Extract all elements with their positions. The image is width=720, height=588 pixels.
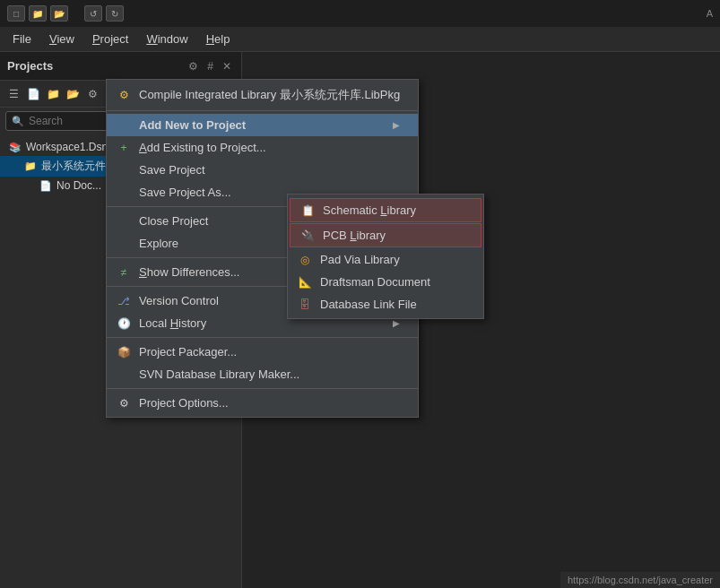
ctx-project-options[interactable]: ⚙ Project Options... [107, 392, 418, 414]
menu-window[interactable]: Window [137, 29, 196, 49]
ctx-save-as-label: Save Project As... [139, 186, 231, 199]
ctx-explore-label: Explore [139, 237, 178, 250]
pcb-lib-label: PCB Library [323, 229, 386, 242]
status-bar: https://blog.csdn.net/java_creater [560, 572, 720, 588]
tb-icon-gear[interactable]: ⚙ [84, 86, 100, 102]
explore-icon [116, 236, 132, 252]
add-new-icon [116, 117, 132, 134]
menu-file[interactable]: File [4, 29, 40, 49]
ctx-add-new-label: Add New to Project [139, 118, 246, 132]
save-as-icon [116, 185, 132, 201]
history-icon: 🕐 [116, 316, 132, 332]
ctx-project-packager[interactable]: 📦 Project Packager... [107, 341, 418, 363]
title-bar-title: A [707, 8, 713, 19]
tb-icon-2[interactable]: 📄 [25, 86, 41, 102]
ctx-svn-maker[interactable]: SVN Database Library Maker... [107, 363, 418, 385]
ctx-vc-label: Version Control [139, 294, 219, 307]
submenu-sch-lib[interactable]: 📋 Schematic Library [290, 198, 481, 222]
vc-icon: ⎇ [116, 293, 132, 309]
panel-header: Projects ⚙ # ✕ [0, 52, 241, 81]
undo-btn[interactable]: ↺ [84, 5, 102, 22]
pkg-icon: 📦 [116, 344, 132, 360]
separator-6 [107, 388, 418, 389]
ctx-history-label: Local History [139, 316, 206, 330]
status-url: https://blog.csdn.net/java_creater [568, 575, 713, 585]
opts-icon: ⚙ [116, 395, 132, 411]
nodoc-label: No Doc... [56, 179, 101, 192]
ctx-compile[interactable]: ⚙ Compile Integrated Library 最小系统元件库.Lib… [107, 82, 418, 108]
history-arrow: ▶ [393, 318, 400, 328]
save-icon [116, 162, 132, 178]
title-bar-tools: □ 📁 📂 ↺ ↻ [7, 5, 124, 22]
ctx-pkg-label: Project Packager... [139, 345, 237, 359]
ctx-save-label: Save Project [139, 163, 205, 177]
compile-icon: ⚙ [116, 87, 132, 103]
pad-via-label: Pad Via Library [320, 253, 400, 266]
ctx-options-label: Project Options... [139, 396, 229, 410]
close-panel-btn[interactable]: ✕ [220, 59, 234, 74]
sch-icon: 📋 [299, 203, 316, 219]
db-icon: 🗄 [297, 297, 313, 313]
menu-bar: File View Project Window Help [0, 27, 720, 52]
redo-btn[interactable]: ↻ [106, 5, 124, 22]
menu-help[interactable]: Help [197, 29, 239, 49]
ctx-close-label: Close Project [139, 214, 208, 228]
pcb-icon: 🔌 [299, 228, 316, 244]
ctx-svn-label: SVN Database Library Maker... [139, 368, 299, 381]
separator-1 [107, 110, 418, 111]
ctx-add-existing[interactable]: + Add Existing to Project... [107, 136, 418, 159]
submenu-add-new: 📋 Schematic Library 🔌 PCB Library ◎ Pad … [287, 194, 484, 319]
draftsman-label: Draftsman Document [320, 275, 430, 289]
draft-icon: 📐 [297, 274, 313, 290]
tb-icon-4[interactable]: 📂 [65, 86, 81, 102]
panel-controls: ⚙ # ✕ [186, 59, 234, 74]
ctx-compile-label: Compile Integrated Library 最小系统元件库.LibPk… [139, 87, 400, 103]
title-bar: □ 📁 📂 ↺ ↻ A [0, 0, 720, 27]
svn-icon [116, 367, 132, 383]
ctx-add-existing-label: Add Existing to Project... [139, 141, 266, 154]
menu-view[interactable]: View [40, 29, 83, 49]
submenu-draftsman[interactable]: 📐 Draftsman Document [288, 271, 483, 293]
pin2-btn[interactable]: # [204, 59, 216, 74]
main-layout: Projects ⚙ # ✕ ☰ 📄 📁 📂 ⚙ 🔍 📚 Workspace1.… [0, 52, 720, 588]
open-btn[interactable]: 📁 [29, 5, 47, 22]
panel-title: Projects [7, 59, 53, 73]
submenu-pad-via[interactable]: ◎ Pad Via Library [288, 248, 483, 271]
close-icon [116, 213, 132, 229]
submenu-db-link[interactable]: 🗄 Database Link File [288, 293, 483, 316]
submenu-pcb-lib[interactable]: 🔌 PCB Library [290, 223, 481, 247]
search-icon: 🔍 [12, 116, 24, 127]
tb-icon-1[interactable]: ☰ [5, 86, 22, 102]
menu-project[interactable]: Project [83, 29, 137, 49]
add-existing-icon: + [116, 140, 132, 156]
separator-5 [107, 337, 418, 338]
add-new-arrow: ▶ [393, 120, 400, 130]
sch-lib-label: Schematic Library [323, 203, 416, 217]
open2-btn[interactable]: 📂 [50, 5, 68, 22]
pin-btn[interactable]: ⚙ [186, 59, 201, 74]
ctx-add-new[interactable]: Add New to Project ▶ [107, 114, 418, 136]
ctx-show-diff-label: Show Differences... [139, 265, 239, 279]
ctx-save-project[interactable]: Save Project [107, 159, 418, 181]
diff-icon: ≠ [116, 264, 132, 281]
new-btn[interactable]: □ [7, 5, 25, 22]
pad-icon: ◎ [297, 252, 313, 268]
tb-icon-3[interactable]: 📁 [45, 86, 61, 102]
db-link-label: Database Link File [320, 298, 417, 311]
